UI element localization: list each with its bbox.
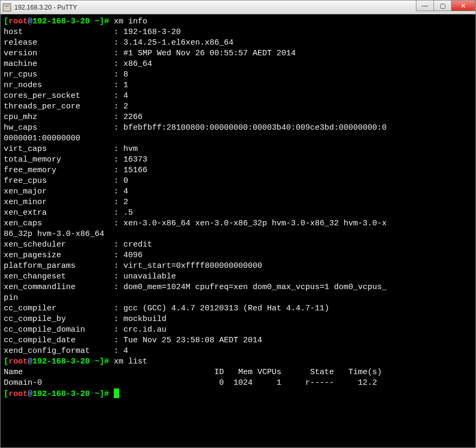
- putty-icon: [3, 3, 11, 12]
- terminal-line: threads_per_core : 2: [4, 102, 472, 112]
- close-button[interactable]: ✕: [451, 1, 475, 11]
- terminal-line: xen_caps : xen-3.0-x86_64 xen-3.0-x86_32…: [4, 218, 472, 229]
- terminal-line: pin: [4, 293, 472, 303]
- terminal-line: platform_params : virt_start=0xffff80000…: [4, 261, 472, 272]
- terminal-line: release : 3.14.25-1.el6xen.x86_64: [4, 38, 472, 48]
- terminal-line: xend_config_format : 4: [4, 346, 472, 357]
- terminal-line: cc_compile_date : Tue Nov 25 23:58:08 AE…: [4, 335, 472, 346]
- terminal-line: cc_compiler : gcc (GCC) 4.4.7 20120313 (…: [4, 303, 472, 314]
- terminal-line: 86_32p hvm-3.0-x86_64: [4, 229, 472, 240]
- terminal-line: [root@192-168-3-20 ~]# xm info: [4, 16, 472, 27]
- terminal-line: machine : x86_64: [4, 59, 472, 70]
- terminal-area[interactable]: [root@192-168-3-20 ~]# xm infohost : 192…: [1, 14, 475, 447]
- terminal-line: host : 192-168-3-20: [4, 27, 472, 38]
- maximize-icon: ▢: [440, 2, 446, 10]
- terminal-line: cc_compile_domain : crc.id.au: [4, 325, 472, 335]
- terminal-line: version : #1 SMP Wed Nov 26 00:55:57 AED…: [4, 48, 472, 59]
- terminal-line: virt_caps : hvm: [4, 144, 472, 155]
- terminal-line: nr_cpus : 8: [4, 70, 472, 80]
- terminal-line: xen_extra : .5: [4, 208, 472, 218]
- terminal-line: xen_pagesize : 4096: [4, 250, 472, 261]
- maximize-button[interactable]: ▢: [433, 1, 452, 11]
- terminal-line: Domain-0 0 1024 1 r----- 12.2: [4, 378, 472, 388]
- window-title: 192.168.3.20 - PuTTY: [14, 4, 77, 11]
- terminal-line: free_cpus : 0: [4, 176, 472, 187]
- terminal-line: Name ID Mem VCPUs State Time(s): [4, 367, 472, 378]
- terminal-line: xen_commandline : dom0_mem=1024M cpufreq…: [4, 282, 472, 293]
- terminal-line: nr_nodes : 1: [4, 80, 472, 91]
- svg-rect-2: [5, 7, 9, 10]
- terminal-line: free_memory : 15166: [4, 165, 472, 176]
- terminal-line: cpu_mhz : 2266: [4, 112, 472, 123]
- terminal-line: xen_major : 4: [4, 187, 472, 197]
- terminal-line: hw_caps : bfebfbff:28100800:00000000:000…: [4, 123, 472, 133]
- svg-rect-1: [5, 5, 9, 7]
- window-buttons: — ▢ ✕: [416, 1, 475, 14]
- terminal-line: xen_minor : 2: [4, 197, 472, 208]
- terminal-line: [root@192-168-3-20 ~]#: [4, 388, 472, 400]
- terminal-line: cores_per_socket : 4: [4, 91, 472, 102]
- terminal-line: total_memory : 16373: [4, 155, 472, 165]
- close-icon: ✕: [461, 2, 466, 10]
- terminal-line: cc_compile_by : mockbuild: [4, 314, 472, 325]
- cursor: [114, 388, 119, 398]
- terminal-line: xen_changeset : unavailable: [4, 272, 472, 282]
- terminal-line: 0000001:00000000: [4, 133, 472, 144]
- titlebar[interactable]: 192.168.3.20 - PuTTY — ▢ ✕: [1, 1, 475, 14]
- terminal-line: [root@192-168-3-20 ~]# xm list: [4, 357, 472, 367]
- putty-window: 192.168.3.20 - PuTTY — ▢ ✕ [root@192-168…: [0, 0, 476, 448]
- minimize-icon: —: [422, 2, 428, 10]
- terminal-line: xen_scheduler : credit: [4, 240, 472, 250]
- minimize-button[interactable]: —: [416, 1, 434, 11]
